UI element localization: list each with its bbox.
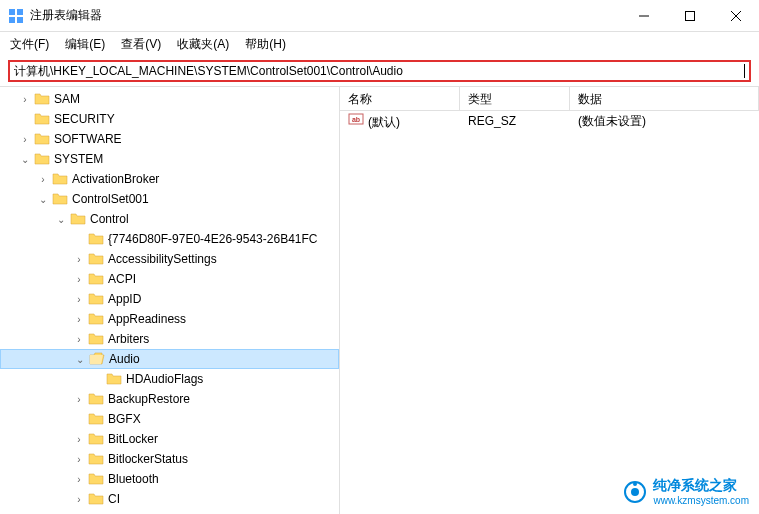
expander-icon[interactable]: › [72, 272, 86, 286]
tree-item-label: SECURITY [54, 112, 115, 126]
menu-help[interactable]: 帮助(H) [239, 34, 292, 55]
expander-icon[interactable]: ⌄ [54, 212, 68, 226]
watermark-logo-icon [623, 480, 647, 504]
tree-item-label: Audio [109, 352, 140, 366]
expander-icon[interactable]: › [72, 472, 86, 486]
maximize-button[interactable] [667, 0, 713, 31]
tree-item[interactable]: ›AccessibilitySettings [0, 249, 339, 269]
column-header-data[interactable]: 数据 [570, 87, 759, 110]
folder-icon [52, 172, 68, 186]
column-header-name[interactable]: 名称 [340, 87, 460, 110]
expander-icon[interactable]: › [72, 392, 86, 406]
tree-item[interactable]: ›AppReadiness [0, 309, 339, 329]
tree-item[interactable]: ⌄SYSTEM [0, 149, 339, 169]
svg-rect-0 [9, 9, 15, 15]
watermark-url: www.kzmsystem.com [653, 495, 749, 506]
list-panel[interactable]: 名称 类型 数据 ab(默认)REG_SZ(数值未设置) [340, 87, 759, 514]
folder-icon [88, 472, 104, 486]
watermark-text-group: 纯净系统之家 www.kzmsystem.com [653, 477, 749, 506]
expander-icon[interactable]: › [72, 252, 86, 266]
tree-item[interactable]: SECURITY [0, 109, 339, 129]
window-title: 注册表编辑器 [30, 7, 621, 24]
tree-panel[interactable]: ›SAMSECURITY›SOFTWARE⌄SYSTEM›ActivationB… [0, 87, 340, 514]
expander-icon[interactable] [72, 412, 86, 426]
folder-icon [88, 252, 104, 266]
tree-item[interactable]: ›SOFTWARE [0, 129, 339, 149]
expander-icon[interactable]: ⌄ [36, 192, 50, 206]
expander-icon[interactable]: › [72, 332, 86, 346]
cell-name: ab(默认) [340, 112, 460, 131]
expander-icon[interactable] [72, 232, 86, 246]
tree-item[interactable]: ⌄Control [0, 209, 339, 229]
tree-item[interactable]: ⌄Audio [0, 349, 339, 369]
folder-icon [88, 292, 104, 306]
tree-item[interactable]: {7746D80F-97E0-4E26-9543-26B41FC [0, 229, 339, 249]
list-body: ab(默认)REG_SZ(数值未设置) [340, 111, 759, 131]
tree-item[interactable]: ›BackupRestore [0, 389, 339, 409]
folder-icon [88, 312, 104, 326]
close-button[interactable] [713, 0, 759, 31]
tree-item-label: BGFX [108, 412, 141, 426]
tree-item-label: AppReadiness [108, 312, 186, 326]
svg-text:ab: ab [352, 116, 360, 123]
tree-item-label: CI [108, 492, 120, 506]
tree-item[interactable]: ›CI [0, 489, 339, 509]
content-area: ›SAMSECURITY›SOFTWARE⌄SYSTEM›ActivationB… [0, 86, 759, 514]
tree-item-label: SOFTWARE [54, 132, 122, 146]
tree-item[interactable]: ›ActivationBroker [0, 169, 339, 189]
app-icon [8, 8, 24, 24]
address-input[interactable]: 计算机\HKEY_LOCAL_MACHINE\SYSTEM\ControlSet… [8, 60, 751, 82]
folder-icon [34, 112, 50, 126]
expander-icon[interactable] [18, 112, 32, 126]
folder-icon [88, 452, 104, 466]
list-row[interactable]: ab(默认)REG_SZ(数值未设置) [340, 111, 759, 131]
expander-icon[interactable]: ⌄ [73, 352, 87, 366]
expander-icon[interactable] [90, 372, 104, 386]
tree-item-label: ControlSet001 [72, 192, 149, 206]
string-value-icon: ab [348, 112, 364, 126]
menubar: 文件(F) 编辑(E) 查看(V) 收藏夹(A) 帮助(H) [0, 32, 759, 56]
window-controls [621, 0, 759, 31]
expander-icon[interactable]: ⌄ [18, 152, 32, 166]
tree-item[interactable]: ›BitlockerStatus [0, 449, 339, 469]
expander-icon[interactable]: › [72, 432, 86, 446]
tree-item[interactable]: BGFX [0, 409, 339, 429]
folder-icon [88, 232, 104, 246]
expander-icon[interactable]: › [72, 312, 86, 326]
tree-item[interactable]: ›Arbiters [0, 329, 339, 349]
menu-view[interactable]: 查看(V) [115, 34, 167, 55]
tree-item-label: SAM [54, 92, 80, 106]
tree-item[interactable]: ›Bluetooth [0, 469, 339, 489]
folder-icon [88, 392, 104, 406]
expander-icon[interactable]: › [72, 492, 86, 506]
tree-item-label: SYSTEM [54, 152, 103, 166]
address-path: 计算机\HKEY_LOCAL_MACHINE\SYSTEM\ControlSet… [14, 63, 744, 80]
svg-rect-2 [9, 17, 15, 23]
svg-point-12 [633, 482, 637, 486]
expander-icon[interactable]: › [36, 172, 50, 186]
column-header-type[interactable]: 类型 [460, 87, 570, 110]
svg-rect-3 [17, 17, 23, 23]
svg-rect-1 [17, 9, 23, 15]
expander-icon[interactable]: › [18, 92, 32, 106]
expander-icon[interactable]: › [72, 292, 86, 306]
expander-icon[interactable]: › [18, 132, 32, 146]
tree-item-label: AccessibilitySettings [108, 252, 217, 266]
svg-point-11 [631, 488, 639, 496]
folder-icon [34, 92, 50, 106]
tree-item[interactable]: HDAudioFlags [0, 369, 339, 389]
tree-item[interactable]: ›SAM [0, 89, 339, 109]
menu-edit[interactable]: 编辑(E) [59, 34, 111, 55]
svg-rect-5 [686, 11, 695, 20]
expander-icon[interactable]: › [72, 452, 86, 466]
folder-icon [88, 412, 104, 426]
menu-favorites[interactable]: 收藏夹(A) [171, 34, 235, 55]
menu-file[interactable]: 文件(F) [4, 34, 55, 55]
tree-item[interactable]: ›ACPI [0, 269, 339, 289]
tree-item-label: Arbiters [108, 332, 149, 346]
tree-item[interactable]: ›AppID [0, 289, 339, 309]
tree-item[interactable]: ⌄ControlSet001 [0, 189, 339, 209]
tree-item[interactable]: ›BitLocker [0, 429, 339, 449]
cell-type: REG_SZ [460, 114, 570, 128]
minimize-button[interactable] [621, 0, 667, 31]
